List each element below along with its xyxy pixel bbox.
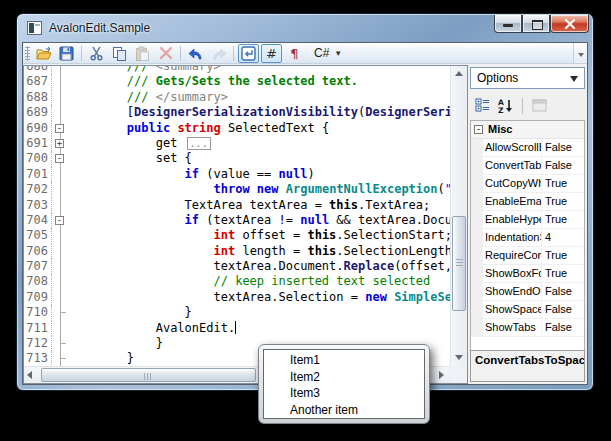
- close-icon: [564, 18, 576, 30]
- fold-collapse-icon[interactable]: -: [55, 216, 64, 225]
- redo-button[interactable]: [208, 44, 229, 63]
- toolbar-grip[interactable]: [25, 46, 30, 61]
- code-line[interactable]: 702 throw new ArgumentNullException("va: [24, 182, 450, 197]
- cut-button[interactable]: [86, 44, 107, 63]
- syntax-highlighting-value: C#: [314, 46, 329, 60]
- property-row[interactable]: EnableHyperlinksTrue: [471, 211, 584, 229]
- property-value[interactable]: False: [542, 283, 584, 300]
- code-line[interactable]: 706 int length = this.SelectionLength;: [24, 244, 450, 259]
- fold-margin: [52, 336, 69, 351]
- completion-item[interactable]: Item1: [290, 352, 424, 369]
- copy-button[interactable]: [109, 44, 130, 63]
- property-row[interactable]: IndentationSize4: [471, 229, 584, 247]
- code-line[interactable]: 710 }: [24, 305, 450, 320]
- property-pages-button[interactable]: [527, 95, 551, 117]
- minimize-button[interactable]: [494, 15, 522, 33]
- property-value[interactable]: True: [542, 265, 584, 282]
- fold-collapse-icon[interactable]: -: [55, 124, 64, 133]
- code-line[interactable]: 708 // keep inserted text selected: [24, 274, 450, 289]
- property-row[interactable]: RequireControlModifierForHyperlinkClickT…: [471, 247, 584, 265]
- code-line[interactable]: 690- public string SelectedText {: [24, 121, 450, 136]
- delete-button[interactable]: [155, 44, 176, 63]
- categorized-button[interactable]: [470, 95, 494, 117]
- line-number: 702: [24, 182, 52, 197]
- property-row[interactable]: ConvertTabsToSpacesFalse: [471, 157, 584, 175]
- code-line[interactable]: 705 int offset = this.SelectionStart;: [24, 228, 450, 243]
- fold-margin: [52, 274, 69, 289]
- property-value[interactable]: True: [542, 193, 584, 210]
- word-wrap-button[interactable]: [238, 44, 259, 63]
- code-line[interactable]: 700- set {: [24, 151, 450, 166]
- fold-margin[interactable]: +: [52, 136, 69, 151]
- syntax-highlighting-combobox[interactable]: C#▼: [310, 44, 346, 63]
- property-value[interactable]: False: [542, 301, 584, 318]
- options-combobox[interactable]: Options: [470, 67, 585, 89]
- code-editor[interactable]: 686 /// <summary>687 /// Gets/Sets the s…: [23, 65, 468, 384]
- property-value[interactable]: False: [542, 139, 584, 156]
- maximize-button[interactable]: [522, 15, 550, 33]
- code-text: if (value == null): [69, 167, 450, 182]
- property-value[interactable]: False: [542, 157, 584, 174]
- sort-alphabetical-button[interactable]: A Z: [494, 95, 518, 117]
- vertical-scrollbar[interactable]: [450, 66, 467, 366]
- close-button[interactable]: [550, 15, 589, 33]
- fold-margin: [52, 167, 69, 182]
- show-end-of-line-button[interactable]: ¶: [284, 44, 305, 63]
- completion-item[interactable]: Item2: [290, 369, 424, 386]
- undo-icon: [188, 46, 204, 61]
- toolbar-overflow-button[interactable]: [573, 43, 587, 63]
- property-value[interactable]: 4: [542, 229, 584, 246]
- code-line[interactable]: 709 textArea.Selection = new SimpleSele: [24, 290, 450, 305]
- selected-property-name: ConvertTabsToSpaces: [475, 354, 580, 366]
- fold-collapse-icon[interactable]: -: [55, 154, 64, 163]
- line-numbers-button[interactable]: #: [261, 44, 282, 63]
- fold-margin[interactable]: -: [52, 213, 69, 228]
- title-bar[interactable]: AvalonEdit.Sample: [17, 14, 593, 42]
- vertical-scroll-thumb[interactable]: [452, 216, 466, 311]
- property-row[interactable]: AllowScrollBelowDocumentFalse: [471, 139, 584, 157]
- category-collapse-icon[interactable]: -: [474, 125, 483, 134]
- code-line[interactable]: 703 TextArea textArea = this.TextArea;: [24, 198, 450, 213]
- property-row[interactable]: CutCopyWholeLineTrue: [471, 175, 584, 193]
- property-value[interactable]: True: [542, 247, 584, 264]
- code-line[interactable]: 704- if (textArea != null && textArea.Do…: [24, 213, 450, 228]
- property-row[interactable]: ShowEndOfLineFalse: [471, 283, 584, 301]
- paste-icon: [135, 46, 150, 61]
- property-row[interactable]: ShowBoxForControlCharactersTrue: [471, 265, 584, 283]
- code-line[interactable]: 691+ get ...: [24, 136, 450, 151]
- completion-item[interactable]: Item3: [290, 385, 424, 402]
- property-value[interactable]: True: [542, 175, 584, 192]
- save-button[interactable]: [56, 44, 77, 63]
- scroll-left-button[interactable]: [24, 367, 41, 384]
- property-pages-icon: [532, 99, 547, 112]
- property-row[interactable]: EnableEmailHyperlinksTrue: [471, 193, 584, 211]
- undo-button[interactable]: [185, 44, 206, 63]
- code-line[interactable]: 707 textArea.Document.Replace(offset, l: [24, 259, 450, 274]
- property-row[interactable]: ShowTabsFalse: [471, 319, 584, 337]
- code-line[interactable]: 689 [DesignerSerializationVisibility(Des…: [24, 105, 450, 120]
- fold-margin[interactable]: -: [52, 151, 69, 166]
- scroll-right-button[interactable]: [433, 367, 450, 384]
- completion-list[interactable]: Item1Item2Item3Another item: [263, 349, 425, 419]
- code-line[interactable]: 711 AvalonEdit.: [24, 321, 450, 336]
- line-number: 688: [24, 90, 52, 105]
- text-area[interactable]: 686 /// <summary>687 /// Gets/Sets the s…: [24, 65, 450, 366]
- scroll-up-button[interactable]: [451, 66, 468, 83]
- scroll-down-button[interactable]: [451, 349, 468, 366]
- open-button[interactable]: [33, 44, 54, 63]
- property-grid[interactable]: -MiscAllowScrollBelowDocumentFalseConver…: [470, 120, 585, 352]
- code-line[interactable]: 688 /// </summary>: [24, 90, 450, 105]
- property-name: ShowBoxForControlCharacters: [483, 265, 542, 282]
- code-line[interactable]: 701 if (value == null): [24, 167, 450, 182]
- category-row[interactable]: -Misc: [471, 121, 584, 139]
- property-row[interactable]: ShowSpacesFalse: [471, 301, 584, 319]
- fold-margin[interactable]: -: [52, 121, 69, 136]
- paste-button[interactable]: [132, 44, 153, 63]
- fold-expand-icon[interactable]: +: [55, 139, 64, 148]
- code-line[interactable]: 686 /// <summary>: [24, 65, 450, 74]
- completion-item[interactable]: Another item: [290, 402, 424, 419]
- code-line[interactable]: 687 /// Gets/Sets the selected text.: [24, 74, 450, 89]
- property-value[interactable]: False: [542, 319, 584, 336]
- horizontal-scroll-thumb[interactable]: [41, 368, 256, 382]
- property-value[interactable]: True: [542, 211, 584, 228]
